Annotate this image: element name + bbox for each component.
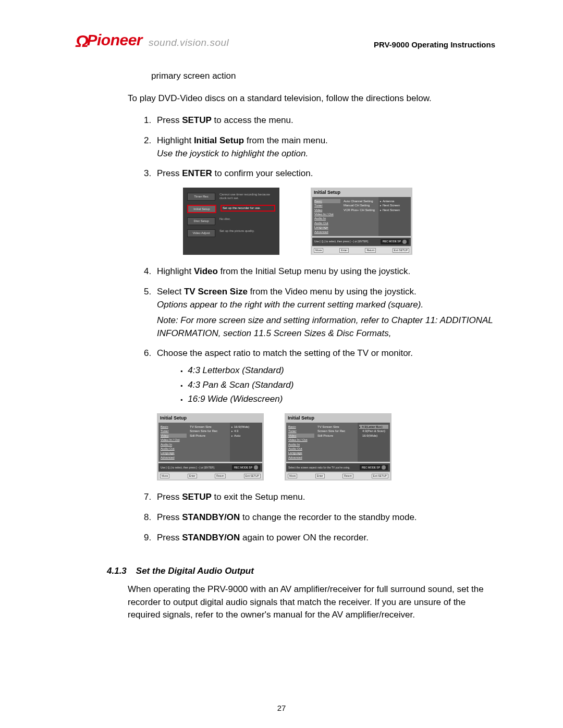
subsection-title: Set the Digital Audio Output: [136, 565, 254, 578]
intro-text: To play DVD-Video discs on a standard te…: [128, 92, 495, 105]
subsection-body: When operating the PRV-9000 with an AV a…: [128, 583, 495, 622]
steps-list: Press SETUP to access the menu. Highligh…: [128, 114, 495, 544]
step-8: Press STANDBY/ON to change the recorder …: [154, 511, 495, 524]
step-1: Press SETUP to access the menu.: [154, 114, 495, 127]
step-5: Select TV Screen Size from the Video men…: [154, 286, 495, 340]
figure-main-menu: Timer RecCannot use timer recording beca…: [183, 188, 279, 255]
step-4: Highlight Video from the Initial Setup m…: [154, 265, 495, 278]
primary-screen-action: primary screen action: [151, 70, 495, 83]
pioneer-logo: ΩPioneer: [76, 31, 142, 49]
aspect-option-1: 4:3 Letterbox (Standard): [180, 364, 495, 377]
step-3: Press ENTER to confirm your selection. T…: [154, 167, 495, 255]
subsection-number: 4.1.3: [107, 565, 127, 578]
brand: ΩPioneer sound.vision.soul: [76, 31, 229, 49]
step-5-note: Note: For more screen size and setting i…: [157, 314, 495, 340]
tagline: sound.vision.soul: [149, 37, 229, 48]
content: primary screen action To play DVD-Video …: [128, 70, 495, 622]
figure-initial-setup-basic: Initial Setup Basic Tuner Video Video In…: [311, 188, 412, 255]
doc-title: PRV-9000 Operating Instructions: [374, 40, 495, 49]
figure-video-screen-size: Initial Setup Basic Tuner Video Video In…: [157, 413, 264, 480]
page-number: 27: [0, 704, 563, 712]
page-header: ΩPioneer sound.vision.soul PRV-9000 Oper…: [76, 31, 495, 49]
step-2: Highlight Initial Setup from the main me…: [154, 134, 495, 160]
figure-video-aspect-options: Initial Setup Basic Tuner Video Video In…: [285, 413, 391, 480]
aspect-option-3: 16:9 Wide (Widescreen): [180, 393, 495, 406]
figure-row-1: Timer RecCannot use timer recording beca…: [183, 188, 495, 255]
aspect-option-2: 4:3 Pan & Scan (Standard): [180, 379, 495, 392]
subsection-heading: 4.1.3 Set the Digital Audio Output: [107, 565, 495, 578]
logo-text: Pioneer: [87, 31, 142, 49]
figure-row-2: Initial Setup Basic Tuner Video Video In…: [157, 413, 495, 480]
step-6: Choose the aspect ratio to match the set…: [154, 347, 495, 480]
step-7: Press SETUP to exit the Setup menu.: [154, 491, 495, 504]
step-9: Press STANDBY/ON again to power ON the r…: [154, 532, 495, 545]
